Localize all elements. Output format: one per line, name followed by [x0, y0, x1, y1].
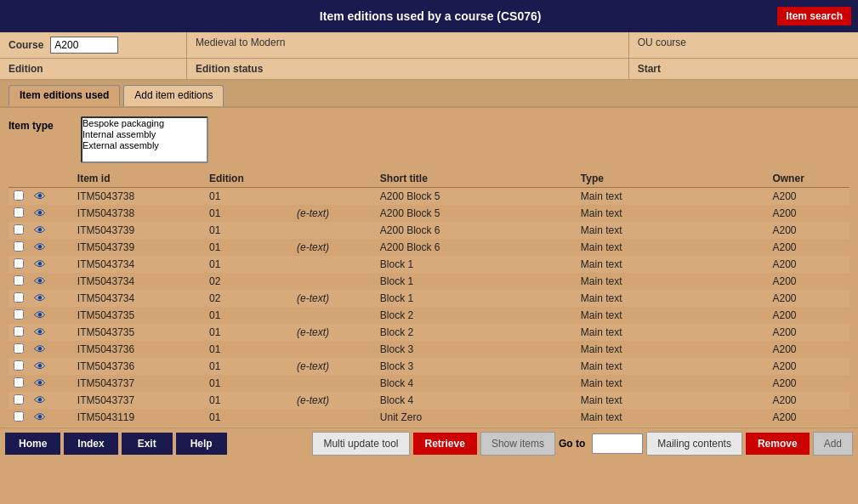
table-row: 👁 ITM5043737 01 Block 4 Main text A200	[9, 375, 849, 392]
row-checkbox[interactable]	[9, 324, 29, 341]
row-eye-icon[interactable]: 👁	[29, 409, 72, 426]
remove-button[interactable]: Remove	[746, 433, 810, 455]
row-eye-icon[interactable]: 👁	[29, 392, 72, 409]
course-input[interactable]	[50, 37, 118, 54]
table-row: 👁 ITM5043735 01 (e-text) Block 2 Main te…	[9, 324, 849, 341]
tab-add-item-editions[interactable]: Add item editions	[123, 85, 224, 106]
row-checkbox[interactable]	[9, 256, 29, 273]
item-type-row: Item type Bespoke packaging Internal ass…	[9, 116, 849, 163]
row-checkbox[interactable]	[9, 358, 29, 375]
row-eye-icon[interactable]: 👁	[29, 188, 72, 206]
table-row: 👁 ITM5043735 01 Block 2 Main text A200	[9, 307, 849, 324]
table-row: 👁 ITM5043738 01 A200 Block 5 Main text A…	[9, 188, 849, 206]
row-checkbox[interactable]	[9, 273, 29, 290]
show-items-button[interactable]: Show items	[480, 432, 555, 456]
row-checkbox[interactable]	[9, 392, 29, 409]
table-row: 👁 ITM5043119 01 Unit Zero Main text A200	[9, 409, 849, 426]
row-type: Main text	[576, 222, 768, 239]
tab-item-editions-used[interactable]: Item editions used	[9, 85, 120, 106]
row-eye-icon[interactable]: 👁	[29, 256, 72, 273]
exit-button[interactable]: Exit	[122, 433, 173, 455]
row-edition: 01	[204, 409, 292, 426]
row-item-id: ITM5043739	[72, 222, 204, 239]
table-header-row: Item id Edition Short title Type Owner	[9, 170, 849, 188]
multi-update-button[interactable]: Multi update tool	[312, 432, 409, 456]
col-checkbox	[9, 170, 29, 188]
header-bar: Item editions used by a course (CS076) I…	[0, 0, 858, 32]
data-table: Item id Edition Short title Type Owner 👁…	[9, 170, 849, 442]
row-type: Main text	[576, 273, 768, 290]
row-eye-icon[interactable]: 👁	[29, 290, 72, 307]
row-checkbox[interactable]	[9, 239, 29, 256]
item-type-option-bespoke[interactable]: Bespoke packaging	[82, 118, 207, 129]
row-checkbox[interactable]	[9, 188, 29, 206]
row-etext: (e-text)	[292, 239, 375, 256]
col-owner: Owner	[767, 170, 849, 188]
row-short-title: A200 Block 5	[375, 188, 576, 206]
row-etext	[292, 256, 375, 273]
main-content: Item type Bespoke packaging Internal ass…	[0, 108, 858, 459]
index-button[interactable]: Index	[64, 433, 117, 455]
row-eye-icon[interactable]: 👁	[29, 205, 72, 222]
row-item-id: ITM5043736	[72, 358, 204, 375]
item-search-button[interactable]: Item search	[777, 7, 851, 25]
bottom-bar: Home Index Exit Help Multi update tool R…	[0, 428, 858, 459]
row-short-title: A200 Block 5	[375, 205, 576, 222]
item-type-option-internal[interactable]: Internal assembly	[82, 129, 207, 140]
row-edition: 02	[204, 273, 292, 290]
row-owner: A200	[767, 341, 849, 358]
row-eye-icon[interactable]: 👁	[29, 324, 72, 341]
row-eye-icon[interactable]: 👁	[29, 375, 72, 392]
col-short-title: Short title	[375, 170, 576, 188]
row-checkbox[interactable]	[9, 409, 29, 426]
row-short-title: Block 1	[375, 290, 576, 307]
page-title: Item editions used by a course (CS076)	[83, 9, 777, 23]
row-short-title: Block 4	[375, 375, 576, 392]
course-label: Course	[9, 39, 43, 51]
row-checkbox[interactable]	[9, 222, 29, 239]
row-edition: 01	[204, 324, 292, 341]
row-owner: A200	[767, 205, 849, 222]
row-eye-icon[interactable]: 👁	[29, 307, 72, 324]
row-type: Main text	[576, 392, 768, 409]
row-eye-icon[interactable]: 👁	[29, 239, 72, 256]
col-edition: Edition	[204, 170, 292, 188]
row-etext: (e-text)	[292, 290, 375, 307]
home-button[interactable]: Home	[5, 433, 60, 455]
row-type: Main text	[576, 324, 768, 341]
mailing-contents-button[interactable]: Mailing contents	[646, 432, 742, 456]
add-button[interactable]: Add	[813, 432, 853, 456]
row-eye-icon[interactable]: 👁	[29, 273, 72, 290]
row-short-title: A200 Block 6	[375, 239, 576, 256]
table-row: 👁 ITM5043737 01 (e-text) Block 4 Main te…	[9, 392, 849, 409]
row-eye-icon[interactable]: 👁	[29, 222, 72, 239]
row-edition: 01	[204, 222, 292, 239]
row-checkbox[interactable]	[9, 341, 29, 358]
item-type-option-external[interactable]: External assembly	[82, 140, 207, 151]
row-etext	[292, 375, 375, 392]
row-owner: A200	[767, 409, 849, 426]
row-owner: A200	[767, 256, 849, 273]
row-edition: 01	[204, 358, 292, 375]
row-checkbox[interactable]	[9, 375, 29, 392]
row-short-title: Block 3	[375, 358, 576, 375]
retrieve-button[interactable]: Retrieve	[413, 433, 477, 455]
help-button[interactable]: Help	[176, 433, 227, 455]
row-eye-icon[interactable]: 👁	[29, 341, 72, 358]
row-eye-icon[interactable]: 👁	[29, 358, 72, 375]
row-short-title: Block 2	[375, 307, 576, 324]
go-to-input[interactable]	[592, 433, 643, 454]
row-owner: A200	[767, 375, 849, 392]
row-item-id: ITM5043737	[72, 392, 204, 409]
item-type-select[interactable]: Bespoke packaging Internal assembly Exte…	[81, 116, 208, 163]
row-item-id: ITM5043735	[72, 324, 204, 341]
row-checkbox[interactable]	[9, 205, 29, 222]
item-type-label: Item type	[9, 120, 68, 132]
row-type: Main text	[576, 307, 768, 324]
row-checkbox[interactable]	[9, 307, 29, 324]
row-item-id: ITM5043737	[72, 375, 204, 392]
tabs-bar: Item editions used Add item editions	[0, 80, 858, 108]
row-item-id: ITM5043739	[72, 239, 204, 256]
row-checkbox[interactable]	[9, 290, 29, 307]
row-etext: (e-text)	[292, 324, 375, 341]
